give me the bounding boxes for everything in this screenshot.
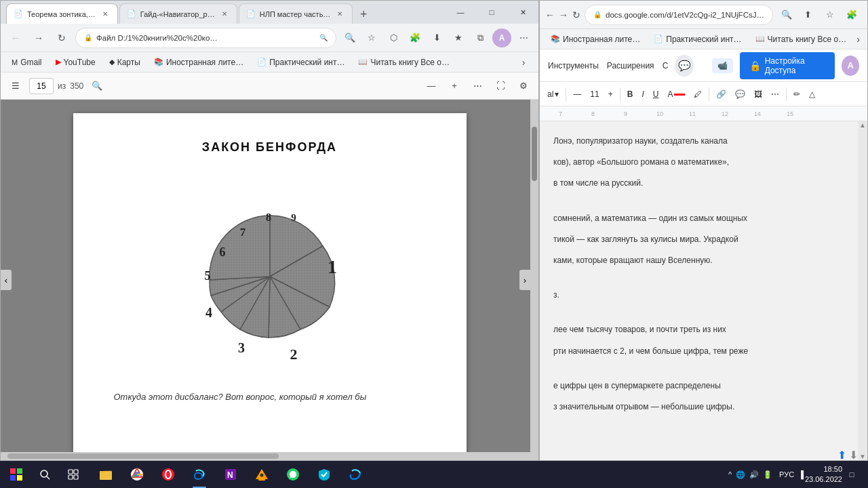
- meet-button[interactable]: 📹: [712, 58, 733, 73]
- tab-pdf-teorema[interactable]: 📄 Теорема зонтика,… ✕: [6, 3, 118, 24]
- tab-close-2[interactable]: ✕: [334, 9, 345, 20]
- reload-button[interactable]: ↻: [52, 28, 71, 47]
- menu-extensions[interactable]: Расширения: [607, 61, 654, 70]
- bold-button[interactable]: B: [624, 85, 637, 103]
- taskbar-edge[interactable]: [340, 461, 370, 488]
- pdf-zoom-out-button[interactable]: —: [422, 77, 441, 96]
- right-extensions-icon[interactable]: 🧩: [842, 5, 861, 24]
- comment-button[interactable]: 💬: [732, 85, 749, 103]
- taskbar-vlc[interactable]: [247, 461, 277, 488]
- task-view-button[interactable]: [60, 461, 87, 488]
- right-bookmark-prakt[interactable]: 📄 Практический инт…: [648, 33, 747, 45]
- right-search-icon[interactable]: 🔍: [777, 5, 796, 24]
- right-docs-avatar[interactable]: A: [842, 56, 859, 76]
- collapse-toolbar-button[interactable]: △: [806, 85, 818, 103]
- more-format-button[interactable]: ⋯: [768, 85, 783, 103]
- bookmark-gmail[interactable]: M Gmail: [6, 56, 47, 68]
- access-button[interactable]: 🔒 Настройка Доступа: [740, 52, 835, 79]
- underline-button[interactable]: U: [650, 85, 663, 103]
- tab-gaid[interactable]: 📄 Гайд-«Навигатор_р… ✕: [119, 3, 237, 24]
- forward-button[interactable]: →: [29, 28, 48, 47]
- right-bookmark-icon[interactable]: ☆: [821, 5, 840, 24]
- taskbar-defender[interactable]: [309, 461, 339, 488]
- bookmark-chitat[interactable]: 📖 Читать книгу Все о…: [353, 56, 455, 68]
- bookmark-inostr[interactable]: 📚 Иностранная лите…: [149, 56, 249, 68]
- language-indicator[interactable]: РУС: [779, 470, 794, 479]
- right-bookmark-inostr[interactable]: 📚 Иностранная лите…: [545, 33, 646, 45]
- tab-close-0[interactable]: ✕: [100, 9, 111, 20]
- decrease-font-button[interactable]: —: [570, 85, 585, 103]
- start-button[interactable]: [3, 461, 30, 488]
- notify-button[interactable]: 💬: [675, 55, 693, 77]
- horizontal-scrollbar[interactable]: [1, 452, 530, 460]
- vertical-scrollbar[interactable]: [530, 100, 538, 460]
- taskbar-onenote[interactable]: N: [216, 461, 245, 488]
- right-forward-button[interactable]: →: [559, 5, 568, 24]
- image-button[interactable]: 🖼: [751, 85, 766, 103]
- menu-other[interactable]: С: [663, 61, 669, 70]
- new-tab-button[interactable]: +: [354, 5, 373, 24]
- notification-button[interactable]: □: [844, 461, 860, 488]
- tab-nlp[interactable]: 📄 НЛП мастер часть… ✕: [239, 3, 353, 24]
- right-toolbar-icons: 🔍 ⬆ ☆ 🧩 ⧉ A ⋯: [777, 5, 868, 24]
- bookmarks-more-button[interactable]: ›: [514, 53, 533, 72]
- bookmark-maps[interactable]: ◆ Карты: [104, 56, 146, 68]
- highlight-button[interactable]: 🖊: [690, 85, 705, 103]
- volume-icon[interactable]: 🔊: [749, 470, 759, 479]
- bookmark-youtube[interactable]: ▶ YouTube: [50, 56, 101, 68]
- link-button[interactable]: 🔗: [713, 85, 730, 103]
- taskbar-browser-active[interactable]: [184, 461, 214, 488]
- extensions-icon[interactable]: 🧩: [406, 28, 425, 47]
- font-size-display[interactable]: 11: [587, 85, 602, 103]
- scroll-right-arrow[interactable]: ›: [519, 270, 530, 290]
- right-bottom-controls[interactable]: ⬆ ⬇: [837, 449, 858, 460]
- right-bookmark-chitat[interactable]: 📖 Читать книгу Все о…: [750, 33, 852, 45]
- right-reload-button[interactable]: ↻: [572, 5, 580, 24]
- downloads-icon[interactable]: ⬇: [427, 28, 446, 47]
- right-back-button[interactable]: ←: [545, 5, 555, 24]
- font-color-button[interactable]: A: [664, 85, 688, 103]
- bookmark-prakt[interactable]: 📄 Практический инт…: [252, 56, 350, 68]
- address-input[interactable]: 🔒 Файл D:/1%20книги%20с%20ко… 🔍: [75, 28, 336, 48]
- increase-font-button[interactable]: +: [605, 85, 616, 103]
- minimize-button[interactable]: —: [445, 1, 476, 24]
- search-icon[interactable]: 🔍: [340, 28, 359, 47]
- pdf-search-button[interactable]: 🔍: [87, 77, 106, 96]
- sidebar-icon[interactable]: ⧉: [471, 28, 490, 47]
- taskbar-whatsapp[interactable]: [278, 461, 308, 488]
- settings-menu-icon[interactable]: ⋯: [514, 28, 533, 47]
- scrollbar-thumb[interactable]: [532, 127, 537, 181]
- profile-avatar[interactable]: A: [492, 28, 511, 47]
- pdf-sidebar-button[interactable]: ☰: [6, 77, 25, 96]
- taskbar-chrome[interactable]: [122, 461, 152, 488]
- h-scrollbar-thumb[interactable]: [7, 453, 279, 459]
- scroll-left-arrow[interactable]: ‹: [1, 270, 12, 290]
- right-share-icon[interactable]: ⬆: [799, 5, 818, 24]
- pdf-zoom-in-button[interactable]: +: [445, 77, 464, 96]
- pdf-more-button[interactable]: ⋯: [468, 77, 487, 96]
- taskbar-opera[interactable]: [153, 461, 183, 488]
- pdf-fullscreen-button[interactable]: ⛶: [491, 77, 510, 96]
- right-address-input[interactable]: 🔒 docs.google.com/d/1etV2cQg-i2_1NUjFCsJ…: [585, 5, 773, 25]
- bookmark-star-icon[interactable]: ☆: [362, 28, 381, 47]
- pdf-settings-button[interactable]: ⚙: [514, 77, 533, 96]
- taskbar-clock[interactable]: 18:50 23.06.2022: [805, 464, 842, 485]
- menu-instruments[interactable]: Инструменты: [548, 61, 599, 70]
- italic-button[interactable]: I: [638, 85, 647, 103]
- right-vertical-scrollbar[interactable]: ▲ ▼: [858, 121, 867, 460]
- close-button[interactable]: ✕: [507, 1, 538, 24]
- edge-icon[interactable]: ⬡: [384, 28, 403, 47]
- favorites-icon[interactable]: ★: [449, 28, 468, 47]
- taskbar-filemanager[interactable]: [91, 461, 121, 488]
- taskbar-search-button[interactable]: [31, 461, 58, 488]
- maximize-button[interactable]: □: [476, 1, 507, 24]
- suggest-edit-button[interactable]: ✏: [790, 85, 804, 103]
- right-bookmarks-more[interactable]: ›: [854, 30, 862, 49]
- network-icon[interactable]: 🌐: [736, 470, 745, 479]
- back-button[interactable]: ←: [6, 28, 25, 47]
- show-hidden-icons[interactable]: ^: [728, 470, 732, 479]
- tab-close-1[interactable]: ✕: [219, 9, 230, 20]
- pdf-page-input[interactable]: [29, 78, 54, 94]
- right-sidebar-icon[interactable]: ⧉: [864, 5, 868, 24]
- font-select[interactable]: al ▾: [544, 85, 562, 103]
